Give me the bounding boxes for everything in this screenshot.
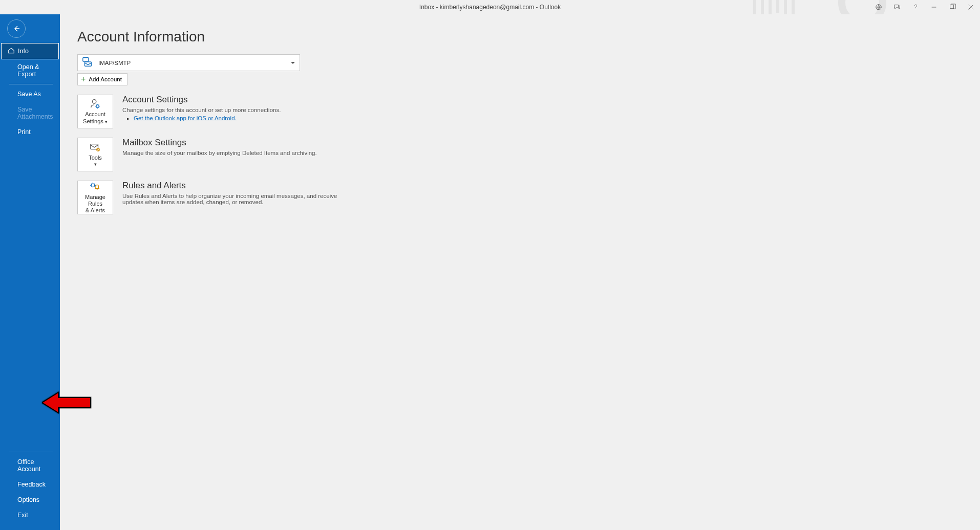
button-label: Manage Rules [78,194,113,207]
sidebar-item-options[interactable]: Options [0,492,60,507]
section-desc: Change settings for this account or set … [122,107,281,113]
help-icon[interactable] [906,0,925,14]
section-title: Account Settings [122,95,281,105]
sidebar-label: Options [17,496,39,503]
sidebar-label: Save As [17,91,41,98]
sidebar-label: Office Account [17,458,40,473]
sidebar-item-office-account[interactable]: Office Account [0,454,60,477]
minimize-button[interactable] [925,0,943,14]
maximize-button[interactable] [943,0,962,14]
person-gear-icon [90,98,101,109]
svg-point-7 [93,100,96,103]
sidebar-separator [9,452,53,452]
section-desc: Manage the size of your mailbox by empty… [122,150,317,156]
plus-icon: + [81,75,86,83]
section-desc: Use Rules and Alerts to help organize yo… [122,193,343,205]
sidebar-item-exit[interactable]: Exit [0,507,60,523]
back-button[interactable] [7,19,26,38]
manage-rules-alerts-button[interactable]: Manage Rules & Alerts [77,181,113,214]
sidebar-label: Info [18,48,29,55]
outlook-app-link[interactable]: Get the Outlook app for iOS or Android. [134,115,237,121]
add-account-label: Add Account [89,76,122,82]
sidebar-label: Print [17,128,31,136]
account-settings-button[interactable]: Account Settings ▾ [77,95,113,128]
button-label: Tools [89,154,102,161]
account-protocol-text: IMAP/SMTP [98,60,131,66]
home-icon [8,47,15,56]
svg-marker-4 [42,392,91,413]
section-title: Mailbox Settings [122,138,317,148]
button-label: & Alerts [86,207,105,214]
sidebar-item-open-export[interactable]: Open & Export [0,59,60,82]
button-label: Settings ▾ [83,118,108,125]
sidebar-label: Open & Export [17,63,39,78]
svg-rect-2 [950,5,954,9]
svg-point-11 [91,184,94,187]
svg-point-1 [915,9,916,9]
coming-soon-icon[interactable] [869,0,888,14]
tools-button[interactable]: Tools ▾ [77,138,113,171]
page-title: Account Information [77,29,963,45]
button-label: Account [85,111,105,118]
svg-point-8 [96,105,99,108]
sidebar-label: Feedback [17,481,46,488]
chevron-down-icon [290,58,295,68]
sidebar-separator [9,84,53,84]
sidebar-item-feedback[interactable]: Feedback [0,477,60,492]
mail-account-icon [82,56,93,70]
section-title: Rules and Alerts [122,181,343,191]
annotation-arrow [42,390,93,417]
sidebar-item-print[interactable]: Print [0,124,60,140]
svg-rect-5 [83,57,89,61]
gear-bell-icon [89,181,101,192]
sidebar-label: Save Attachments [17,106,53,120]
content-area: Account Information IMAP/SMTP + Add Acco… [60,14,980,530]
mailbox-tools-icon [90,142,101,153]
svg-point-12 [97,189,98,190]
sidebar-item-info[interactable]: Info [1,43,59,59]
svg-rect-6 [85,62,92,66]
add-account-button[interactable]: + Add Account [77,73,127,85]
account-dropdown[interactable]: IMAP/SMTP [77,54,300,71]
chevron-down-icon: ▾ [94,162,97,167]
window-title: Inbox - kimberlyshanagedeon@gmail.com - … [419,4,561,11]
backstage-sidebar: Info Open & Export Save As Save Attachme… [0,14,60,530]
sidebar-item-save-as[interactable]: Save As [0,86,60,102]
sidebar-item-save-attachments: Save Attachments [0,102,60,124]
sidebar-label: Exit [17,512,28,519]
feedback-icon[interactable] [888,0,906,14]
titlebar: Inbox - kimberlyshanagedeon@gmail.com - … [0,0,980,14]
close-button[interactable] [962,0,980,14]
